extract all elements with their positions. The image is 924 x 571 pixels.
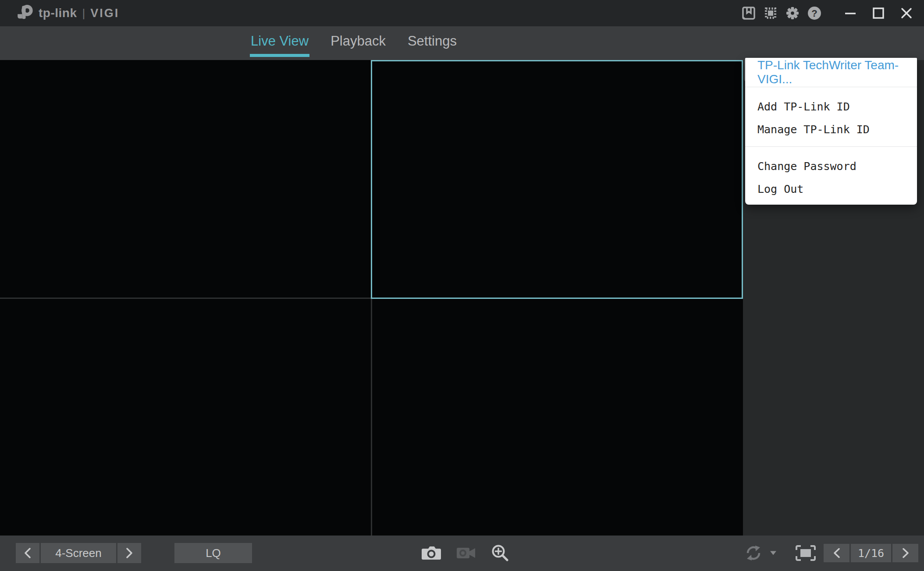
titlebar-actions: ?: [741, 0, 914, 26]
refresh-interval-icon[interactable]: [743, 543, 764, 563]
right-tools: [743, 543, 816, 563]
snapshot-camera-icon[interactable]: [421, 545, 441, 561]
menu-item-manage-id[interactable]: Manage TP-Link ID: [745, 118, 917, 141]
screen-mode-prev-button[interactable]: [16, 543, 39, 563]
minimize-icon[interactable]: [842, 0, 858, 26]
menu-item-log-out[interactable]: Log Out: [745, 177, 917, 200]
maximize-icon[interactable]: [871, 0, 886, 26]
video-pane-2-selected[interactable]: [372, 60, 743, 298]
video-pane-4[interactable]: [372, 299, 743, 536]
menu-item-change-password[interactable]: Change Password: [745, 155, 917, 177]
user-guide-icon[interactable]: [741, 0, 757, 26]
refresh-caret-down-icon[interactable]: [770, 550, 777, 556]
navbar: Live View Playback Settings TP-Link Tech…: [0, 26, 924, 60]
close-icon[interactable]: [899, 0, 914, 26]
tp-link-logo-icon: [17, 4, 34, 22]
tab-playback[interactable]: Playback: [331, 26, 386, 60]
help-glyph: ?: [811, 8, 817, 19]
menu-item-add-id[interactable]: Add TP-Link ID: [745, 95, 917, 118]
bottom-toolbar: 4-Screen LQ: [0, 536, 924, 571]
brand-name: tp-link: [39, 6, 77, 20]
fullscreen-icon[interactable]: [795, 545, 816, 561]
help-icon[interactable]: ?: [807, 0, 822, 26]
page-next-button[interactable]: [892, 544, 918, 562]
screen-mode-button[interactable]: 4-Screen: [41, 543, 116, 563]
page-indicator: 1/16: [851, 544, 891, 562]
tab-live-view[interactable]: Live View: [251, 26, 309, 60]
stream-quality-button[interactable]: LQ: [174, 543, 252, 563]
page-prev-button[interactable]: [824, 544, 849, 562]
screen-mode-control: 4-Screen: [16, 543, 141, 563]
center-tools: [421, 543, 510, 563]
titlebar: tp-link | VIGI: [0, 0, 924, 26]
account-menu: TP-Link TechWriter Team-VIGI... Add TP-L…: [745, 58, 917, 205]
digital-zoom-icon[interactable]: [490, 543, 510, 563]
device-firmware-icon[interactable]: [763, 0, 778, 26]
screen-mode-next-button[interactable]: [117, 543, 141, 563]
menu-section-session: Change Password Log Out: [745, 147, 917, 205]
video-pane-3[interactable]: [0, 299, 371, 536]
record-video-icon[interactable]: [456, 546, 476, 560]
menu-item-current-id[interactable]: TP-Link TechWriter Team-VIGI...: [745, 58, 917, 87]
app-logo: tp-link | VIGI: [17, 0, 119, 26]
video-pane-1[interactable]: [0, 60, 371, 298]
brand-separator: |: [82, 7, 85, 20]
main-tabs: Live View Playback Settings: [251, 26, 457, 60]
menu-section-id: Add TP-Link ID Manage TP-Link ID: [745, 87, 917, 146]
tab-settings[interactable]: Settings: [408, 26, 457, 60]
live-view-grid: [0, 60, 743, 536]
product-name: VIGI: [90, 7, 119, 20]
settings-gear-icon[interactable]: [785, 0, 800, 26]
page-control: 1/16: [824, 544, 918, 562]
